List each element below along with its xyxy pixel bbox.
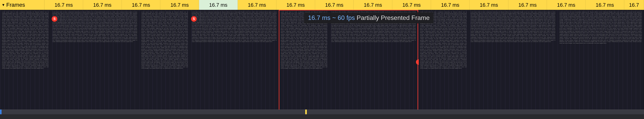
screenshot-content: Lorem ipsum dolor sit amet, consectetur … xyxy=(279,10,418,114)
screenshot-content: Lorem ipsum dolor sit amet, consectetur … xyxy=(0,10,139,114)
frame-cell[interactable]: 16.7 ms xyxy=(547,0,586,10)
activity-segment xyxy=(307,110,644,114)
activity-strip xyxy=(0,110,644,114)
activity-segment xyxy=(2,110,305,114)
frame-cell[interactable]: 16.7 ms xyxy=(508,0,547,10)
frames-track[interactable]: ▼ Frames 16.7 ms 16.7 ms 16.7 ms 16.7 ms… xyxy=(0,0,644,10)
frame-cell[interactable]: 16.7 ms xyxy=(238,0,276,10)
frame-cell[interactable]: 16.7 ms xyxy=(431,0,470,10)
scroll-marker-icon: S xyxy=(52,16,57,22)
screenshot-content: Lorem ipsum dolor sit amet, consectetur … xyxy=(140,10,278,114)
frame-cell[interactable]: 16.7 ms xyxy=(586,0,624,10)
frame-cell[interactable]: 16.7 ms xyxy=(122,0,160,10)
frame-screenshot[interactable]: Lorem ipsum dolor sit amet, consectetur … xyxy=(0,10,140,114)
frame-cell[interactable]: 16.7 ms xyxy=(276,0,315,10)
frames-label-text: Frames xyxy=(6,2,25,8)
frame-cell[interactable]: 16.7 ms xyxy=(83,0,122,10)
frame-cell[interactable]: 16.7 ms xyxy=(470,0,508,10)
screenshot-content: Lorem ipsum dolor sit amet, consectetur … xyxy=(558,10,644,114)
frame-screenshot[interactable]: Lorem ipsum dolor sit amet, consectetur … xyxy=(279,10,418,114)
screenshots-track[interactable]: Lorem ipsum dolor sit amet, consectetur … xyxy=(0,10,644,114)
frame-cell[interactable]: 16.7 ms xyxy=(315,0,354,10)
frame-cell[interactable]: 16.7 ms xyxy=(354,0,392,10)
frame-cell[interactable]: 16.7 xyxy=(624,0,644,10)
frame-screenshot[interactable]: Lorem ipsum dolor sit amet, consectetur … xyxy=(418,10,558,114)
collapse-triangle-icon[interactable]: ▼ xyxy=(2,3,5,7)
frame-screenshot[interactable]: Lorem ipsum dolor sit amet, consectetur … xyxy=(558,10,644,114)
frame-cell[interactable]: 16.7 ms xyxy=(392,0,431,10)
scroll-marker-icon: S xyxy=(191,16,197,22)
screenshot-content: Lorem ipsum dolor sit amet, consectetur … xyxy=(418,10,557,114)
frames-track-label[interactable]: ▼ Frames xyxy=(0,0,44,10)
activity-segment-yellow xyxy=(305,110,307,114)
activity-segment-blue xyxy=(0,110,2,114)
frame-cell[interactable]: 16.7 ms xyxy=(44,0,83,10)
frame-cell-partial[interactable]: 16.7 ms xyxy=(199,0,238,10)
frame-screenshot[interactable]: Lorem ipsum dolor sit amet, consectetur … xyxy=(140,10,279,114)
frame-cell[interactable]: 16.7 ms xyxy=(160,0,199,10)
